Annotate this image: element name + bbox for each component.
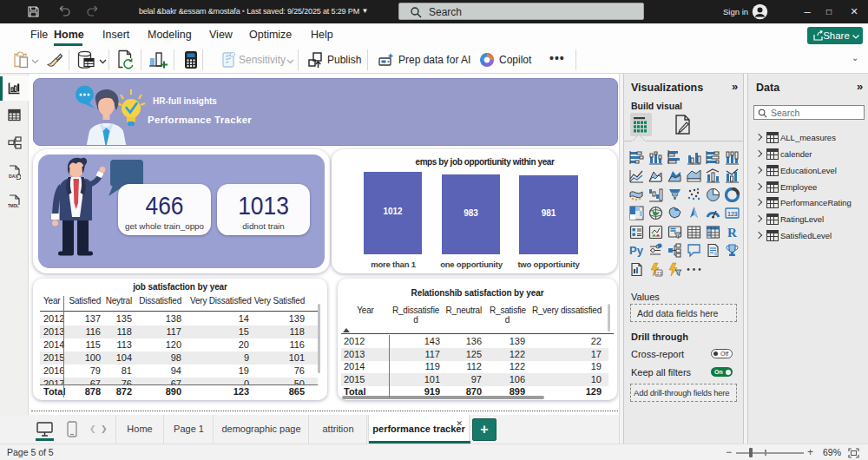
svg-text:DAX: DAX	[9, 174, 18, 179]
svg-text:R: R	[727, 226, 737, 240]
svg-text:Py: Py	[629, 244, 644, 257]
svg-text:123: 123	[727, 211, 738, 217]
svg-text:TMDL: TMDL	[8, 204, 19, 208]
svg-text:23: 23	[656, 270, 662, 275]
